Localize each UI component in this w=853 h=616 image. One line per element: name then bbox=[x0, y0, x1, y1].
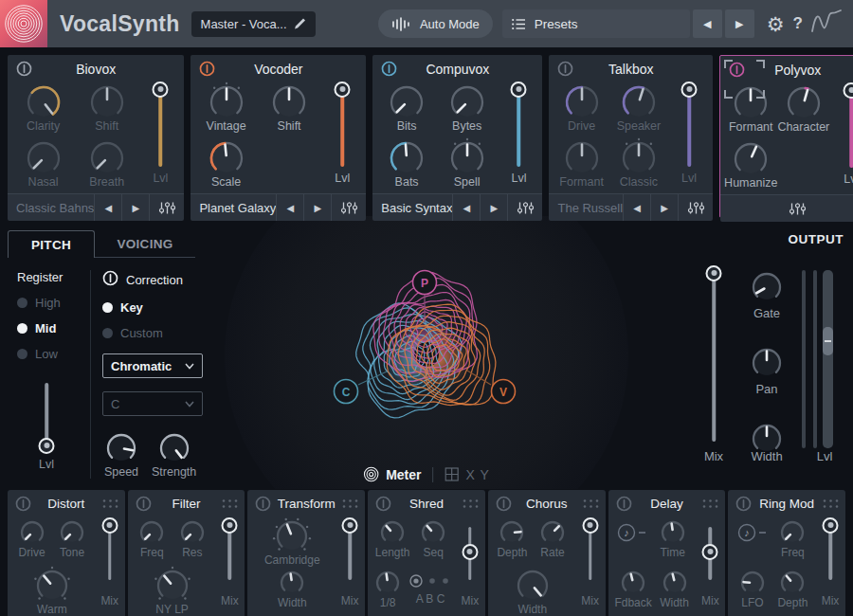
module-advanced-button[interactable] bbox=[507, 194, 542, 221]
tab-voicing[interactable]: VOICING bbox=[95, 230, 195, 258]
module-preset-next[interactable]: ▶ bbox=[650, 194, 678, 221]
module-advanced-button[interactable] bbox=[780, 195, 815, 222]
slider-thumb[interactable] bbox=[702, 544, 718, 560]
tab-pitch[interactable]: PITCH bbox=[8, 230, 95, 258]
vintage-knob[interactable] bbox=[206, 82, 247, 123]
slider-thumb[interactable] bbox=[844, 82, 853, 99]
output-lvl-fader[interactable] bbox=[823, 270, 833, 448]
module-preset-name[interactable]: Classic Bahns bbox=[8, 201, 94, 215]
pan-knob[interactable] bbox=[748, 344, 786, 382]
slider-thumb[interactable] bbox=[511, 82, 527, 98]
slider-thumb[interactable] bbox=[582, 517, 598, 534]
width-knob[interactable] bbox=[659, 567, 691, 599]
fx-mix-slider[interactable] bbox=[100, 518, 120, 589]
register-option-high[interactable]: High bbox=[17, 296, 90, 310]
drag-handle-icon[interactable] bbox=[583, 498, 599, 509]
length-knob[interactable] bbox=[376, 516, 408, 549]
module-preset-prev[interactable]: ◀ bbox=[94, 194, 121, 221]
gate-knob[interactable] bbox=[748, 268, 786, 306]
width-knob[interactable] bbox=[276, 567, 308, 599]
width-knob[interactable] bbox=[513, 566, 553, 606]
note-sync-icon[interactable]: ♪ bbox=[736, 522, 769, 543]
preset-name-field[interactable]: Master - Voca... bbox=[191, 11, 316, 37]
morph-node-v[interactable]: V bbox=[492, 380, 516, 404]
spell-knob[interactable] bbox=[446, 137, 488, 179]
module-advanced-button[interactable] bbox=[678, 194, 713, 221]
module-preset-name[interactable]: The Russell bbox=[549, 201, 623, 215]
module-preset-name[interactable]: Basic Syntax bbox=[372, 201, 452, 215]
slider-thumb[interactable] bbox=[342, 517, 358, 534]
freq-knob[interactable] bbox=[136, 516, 168, 549]
depth-knob[interactable] bbox=[776, 567, 808, 599]
morph-node-p[interactable]: P bbox=[413, 271, 437, 295]
classic-knob[interactable] bbox=[618, 137, 660, 179]
formant-knob[interactable] bbox=[730, 82, 771, 124]
speed-knob[interactable] bbox=[102, 429, 140, 467]
correction-option-key[interactable]: Key bbox=[102, 300, 212, 315]
slider-thumb[interactable] bbox=[823, 517, 839, 534]
drag-handle-icon[interactable] bbox=[823, 498, 839, 509]
1-8-knob[interactable] bbox=[372, 567, 404, 599]
drag-handle-icon[interactable] bbox=[702, 498, 718, 509]
module-preset-next[interactable]: ▶ bbox=[480, 194, 507, 221]
humanize-knob[interactable] bbox=[730, 138, 771, 180]
shift-knob[interactable] bbox=[86, 82, 128, 123]
presets-dropdown[interactable]: Presets bbox=[502, 9, 690, 38]
register-lvl-slider[interactable] bbox=[36, 374, 57, 456]
correction-option-custom[interactable]: Custom bbox=[102, 326, 212, 340]
preset-next-button[interactable]: ▶ bbox=[725, 9, 754, 38]
slider-thumb[interactable] bbox=[335, 82, 351, 98]
slider-thumb[interactable] bbox=[681, 82, 698, 98]
fx-mix-slider[interactable] bbox=[219, 518, 240, 589]
depth-knob[interactable] bbox=[496, 516, 528, 549]
output-mix-slider[interactable] bbox=[703, 266, 724, 450]
lvl-slider[interactable] bbox=[508, 82, 529, 175]
clarity-knob[interactable] bbox=[23, 82, 64, 123]
settings-button[interactable]: ⚙ bbox=[767, 14, 785, 34]
auto-mode-button[interactable]: Auto Mode bbox=[378, 9, 493, 38]
drag-handle-icon[interactable] bbox=[222, 498, 238, 509]
nasal-knob[interactable] bbox=[23, 137, 64, 179]
slider-thumb[interactable] bbox=[39, 438, 55, 454]
lvl-slider[interactable] bbox=[332, 82, 353, 175]
drive-knob[interactable] bbox=[561, 82, 603, 123]
drag-handle-icon[interactable] bbox=[463, 498, 479, 509]
morph-node-c[interactable]: C bbox=[335, 380, 358, 404]
drag-handle-icon[interactable] bbox=[102, 498, 118, 509]
freq-knob[interactable] bbox=[776, 516, 808, 549]
fdback-knob[interactable] bbox=[617, 567, 649, 599]
lvl-slider[interactable] bbox=[679, 82, 699, 175]
fx-mix-slider[interactable] bbox=[820, 518, 841, 589]
module-preset-prev[interactable]: ◀ bbox=[623, 194, 650, 221]
character-knob[interactable] bbox=[783, 82, 825, 124]
slider-thumb[interactable] bbox=[222, 517, 238, 534]
abc-selector[interactable] bbox=[408, 572, 453, 591]
formant-knob[interactable] bbox=[561, 137, 603, 179]
bats-knob[interactable] bbox=[386, 137, 427, 179]
scale-select[interactable]: Chromatic bbox=[102, 353, 203, 378]
preset-prev-button[interactable]: ◀ bbox=[693, 9, 722, 38]
slider-thumb[interactable] bbox=[101, 517, 118, 534]
drive-knob[interactable] bbox=[16, 516, 48, 549]
ny-lp-knob[interactable] bbox=[153, 566, 192, 606]
module-advanced-button[interactable] bbox=[149, 194, 184, 221]
fx-mix-slider[interactable] bbox=[339, 518, 360, 589]
rate-knob[interactable] bbox=[536, 516, 569, 549]
register-option-low[interactable]: Low bbox=[17, 347, 90, 361]
note-sync-icon[interactable]: ♪ bbox=[616, 522, 648, 543]
module-preset-next[interactable]: ▶ bbox=[303, 194, 331, 221]
cambridge-knob[interactable] bbox=[272, 516, 312, 556]
key-select[interactable]: C bbox=[102, 391, 203, 416]
warm-knob[interactable] bbox=[32, 566, 72, 606]
module-preset-prev[interactable]: ◀ bbox=[452, 194, 480, 221]
scale-knob[interactable] bbox=[206, 137, 247, 179]
tone-knob[interactable] bbox=[56, 516, 88, 549]
slider-thumb[interactable] bbox=[706, 265, 722, 281]
time-knob[interactable] bbox=[657, 516, 689, 549]
correction-power-icon[interactable] bbox=[102, 270, 118, 286]
seq-knob[interactable] bbox=[417, 516, 449, 549]
speaker-knob[interactable] bbox=[618, 82, 660, 123]
strength-knob[interactable] bbox=[155, 429, 193, 467]
module-preset-name[interactable]: Planet Galaxy bbox=[191, 201, 276, 215]
shift-knob[interactable] bbox=[268, 82, 310, 123]
